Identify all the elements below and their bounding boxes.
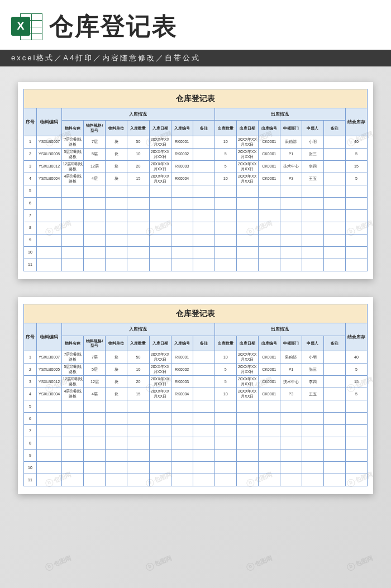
cell-in-no: [171, 425, 193, 437]
cell-name: [62, 413, 84, 425]
cell-remain: [345, 413, 367, 425]
cell-in-date: [149, 235, 171, 247]
cell-spec: 4层: [84, 388, 106, 400]
cell-dept: [280, 247, 302, 259]
cell-out-no: CK0001: [258, 364, 280, 376]
cell-in-no: RK0001: [171, 136, 193, 149]
cell-out-qty: [214, 413, 236, 425]
cell-remain: 5: [345, 364, 367, 376]
cell-remain: [345, 235, 367, 247]
cell-in-remark: [193, 450, 214, 462]
cell-out-qty: 10: [214, 136, 236, 149]
cell-seq: 1: [24, 351, 37, 364]
cell-out-date: 20XX年XX月XX日: [236, 149, 258, 161]
cell-spec: [84, 425, 106, 437]
cell-in-remark: [193, 173, 214, 185]
table-row: 6: [24, 198, 368, 210]
cell-spec: [84, 400, 106, 413]
cell-name: [62, 185, 84, 198]
cell-seq: 3: [24, 376, 37, 388]
cell-remain: [345, 210, 367, 222]
header-bar: X 仓库登记表: [0, 0, 391, 50]
cell-unit: [106, 185, 127, 198]
cell-code: [36, 222, 62, 235]
cell-person: [302, 247, 323, 259]
cell-in-date: [149, 413, 171, 425]
cell-remain: [345, 425, 367, 437]
cell-out-date: [236, 413, 258, 425]
cell-spec: 5层: [84, 149, 106, 161]
cell-code: [36, 198, 62, 210]
cell-in-date: [149, 450, 171, 462]
cell-in-date: [149, 222, 171, 235]
cell-remain: [345, 437, 367, 450]
col-in-date: 入库日期: [149, 121, 171, 136]
cell-spec: [84, 450, 106, 462]
cell-code: YSXLB0012: [36, 376, 62, 388]
cell-code: YSXLB0012: [36, 161, 62, 173]
cell-in-no: RK0002: [171, 149, 193, 161]
cell-unit: [106, 437, 127, 450]
cell-name: [62, 247, 84, 259]
cell-out-date: [236, 210, 258, 222]
cell-in-qty: [127, 259, 149, 271]
cell-person: [302, 462, 323, 474]
cell-code: [36, 425, 62, 437]
cell-unit: [106, 462, 127, 474]
cell-out-no: [258, 222, 280, 235]
cell-name: [62, 235, 84, 247]
cell-in-qty: [127, 185, 149, 198]
cell-out-no: [258, 413, 280, 425]
cell-out-remark: [323, 450, 345, 462]
col-out-remark: 备注: [323, 121, 345, 136]
cell-person: [302, 425, 323, 437]
col-spec: 物料规格/型号: [84, 121, 106, 136]
table-row: 6: [24, 413, 368, 425]
cell-spec: 4层: [84, 173, 106, 185]
cell-spec: 12层: [84, 161, 106, 173]
cell-remain: [345, 247, 367, 259]
cell-remain: [345, 400, 367, 413]
cell-out-remark: [323, 136, 345, 149]
cell-code: YSXLB0004: [36, 173, 62, 185]
cell-remain: [345, 462, 367, 474]
cell-in-date: 20XX年XX月XX日: [149, 376, 171, 388]
cell-in-no: [171, 474, 193, 486]
cell-in-date: 20XX年XX月XX日: [149, 364, 171, 376]
cell-out-date: 20XX年XX月XX日: [236, 136, 258, 149]
cell-remain: [345, 222, 367, 235]
cell-seq: 4: [24, 173, 37, 185]
cell-in-date: [149, 198, 171, 210]
cell-remain: 40: [345, 351, 367, 364]
cell-unit: [106, 235, 127, 247]
cell-in-date: [149, 247, 171, 259]
cell-unit: [106, 198, 127, 210]
col-name: 物料名称: [62, 121, 84, 136]
cell-unit: [106, 425, 127, 437]
sheet-1: 仓库登记表序号物料编码入库情况出库情况结余库存物料名称物料规格/型号物料单位入库…: [18, 82, 373, 279]
cell-code: [36, 235, 62, 247]
cell-name: 12层印刷线路板: [62, 161, 84, 173]
cell-out-date: [236, 450, 258, 462]
cell-out-date: [236, 185, 258, 198]
cell-out-date: [236, 462, 258, 474]
cell-out-remark: [323, 259, 345, 271]
cell-seq: 8: [24, 222, 37, 235]
cell-in-remark: [193, 247, 214, 259]
cell-code: [36, 474, 62, 486]
cell-remain: [345, 198, 367, 210]
cell-in-remark: [193, 185, 214, 198]
cell-out-qty: [214, 198, 236, 210]
sheet-container: 仓库登记表序号物料编码入库情况出库情况结余库存物料名称物料规格/型号物料单位入库…: [0, 66, 391, 505]
cell-in-no: [171, 462, 193, 474]
cell-name: [62, 222, 84, 235]
cell-in-qty: [127, 210, 149, 222]
cell-remain: [345, 450, 367, 462]
cell-in-qty: 50: [127, 351, 149, 364]
cell-in-remark: [193, 161, 214, 173]
cell-in-qty: [127, 450, 149, 462]
cell-remain: 5: [345, 388, 367, 400]
col-out-qty: 出库数量: [214, 121, 236, 136]
cell-in-remark: [193, 376, 214, 388]
cell-out-date: [236, 247, 258, 259]
